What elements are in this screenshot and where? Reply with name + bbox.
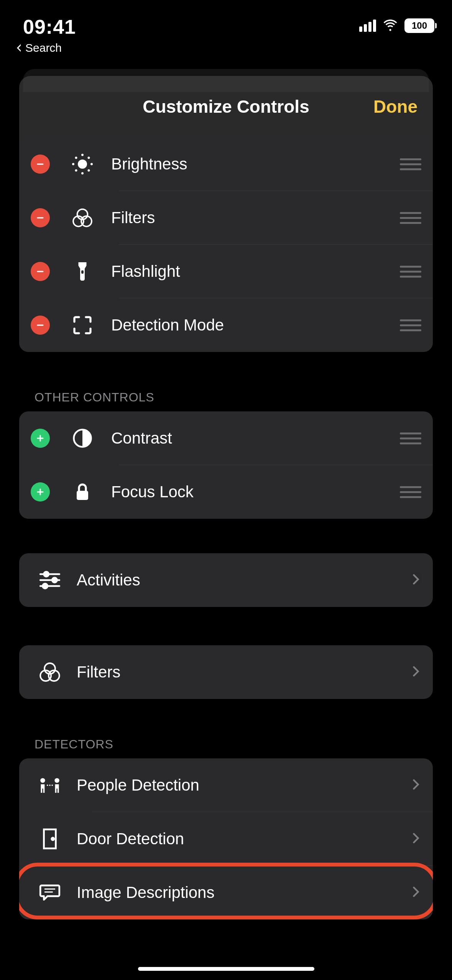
- svg-point-2: [81, 154, 84, 156]
- svg-rect-16: [37, 324, 43, 326]
- svg-rect-21: [37, 491, 43, 492]
- sheet-title: Customize Controls: [143, 96, 309, 117]
- svg-point-7: [88, 157, 90, 159]
- control-row-detection-mode: Detection Mode: [19, 298, 433, 352]
- svg-point-32: [40, 778, 45, 783]
- svg-rect-18: [37, 437, 43, 439]
- customize-controls-sheet: Customize Controls Done Brightness: [19, 76, 433, 980]
- svg-point-6: [75, 157, 77, 159]
- contrast-icon: [65, 427, 100, 450]
- add-contrast-button[interactable]: [31, 429, 50, 448]
- nav-label: Filters: [77, 663, 411, 681]
- flashlight-icon: [65, 260, 100, 283]
- nav-label: Image Descriptions: [77, 883, 411, 902]
- control-label: Contrast: [111, 429, 400, 447]
- control-label: Flashlight: [111, 262, 400, 281]
- door-icon: [31, 827, 69, 851]
- sheet-header: Customize Controls Done: [19, 76, 433, 137]
- control-row-filters: Filters: [19, 191, 433, 245]
- nav-row-filters[interactable]: Filters: [19, 645, 433, 699]
- drag-handle-icon[interactable]: [400, 212, 421, 224]
- sliders-icon: [31, 568, 69, 592]
- nav-row-image-descriptions[interactable]: Image Descriptions: [19, 866, 433, 919]
- back-label: Search: [25, 41, 62, 54]
- svg-point-24: [44, 572, 49, 576]
- svg-rect-0: [37, 163, 43, 164]
- chevron-right-icon: [411, 779, 421, 791]
- nav-label: Door Detection: [77, 830, 411, 848]
- svg-rect-14: [37, 271, 43, 272]
- drag-handle-icon[interactable]: [400, 432, 421, 444]
- filters-icon: [31, 660, 69, 684]
- speech-bubble-icon: [31, 881, 69, 904]
- svg-point-34: [47, 784, 48, 786]
- drag-handle-icon[interactable]: [400, 486, 421, 498]
- control-row-flashlight: Flashlight: [19, 245, 433, 298]
- nav-row-door-detection[interactable]: Door Detection: [19, 812, 433, 866]
- included-controls-group: Brightness Filters: [19, 137, 433, 352]
- status-bar: 09:41 100: [0, 0, 452, 38]
- control-label: Focus Lock: [111, 483, 400, 501]
- activities-group: Activities: [19, 553, 433, 607]
- filters-nav-group: Filters: [19, 645, 433, 699]
- svg-point-4: [72, 163, 74, 165]
- svg-point-36: [51, 784, 53, 786]
- svg-point-9: [88, 169, 90, 172]
- svg-point-3: [81, 172, 84, 174]
- section-header-detectors: DETECTORS: [19, 714, 433, 758]
- svg-point-33: [54, 778, 59, 783]
- detectors-group: People Detection Door Detection: [19, 758, 433, 919]
- drag-handle-icon[interactable]: [400, 319, 421, 331]
- wifi-icon: [382, 17, 398, 35]
- control-label: Filters: [111, 209, 400, 227]
- cellular-icon: [359, 20, 376, 32]
- nav-row-people-detection[interactable]: People Detection: [19, 758, 433, 812]
- svg-point-26: [52, 578, 57, 582]
- add-focus-lock-button[interactable]: [31, 482, 50, 502]
- svg-point-8: [75, 169, 77, 172]
- chevron-right-icon: [411, 833, 421, 845]
- lock-icon: [65, 480, 100, 503]
- other-controls-group: Contrast Focus Lock: [19, 411, 433, 519]
- chevron-right-icon: [411, 666, 421, 678]
- brightness-icon: [65, 153, 100, 176]
- chevron-right-icon: [411, 886, 421, 899]
- svg-point-5: [90, 163, 93, 165]
- remove-detection-mode-button[interactable]: [31, 316, 50, 335]
- back-to-search-button[interactable]: Search: [0, 38, 452, 54]
- remove-flashlight-button[interactable]: [31, 262, 50, 281]
- battery-icon: 100: [404, 18, 437, 33]
- svg-rect-22: [77, 491, 88, 500]
- svg-rect-10: [37, 217, 43, 218]
- section-header-other-controls: OTHER CONTROLS: [19, 367, 433, 411]
- drag-handle-icon[interactable]: [400, 158, 421, 170]
- control-label: Brightness: [111, 155, 400, 173]
- control-row-focus-lock: Focus Lock: [19, 465, 433, 519]
- nav-label: People Detection: [77, 776, 411, 794]
- svg-point-35: [49, 784, 51, 786]
- remove-filters-button[interactable]: [31, 208, 50, 227]
- drag-handle-icon[interactable]: [400, 266, 421, 278]
- done-button[interactable]: Done: [373, 96, 417, 117]
- people-icon: [31, 773, 69, 797]
- nav-row-activities[interactable]: Activities: [19, 553, 433, 607]
- detection-mode-icon: [65, 314, 100, 337]
- remove-brightness-button[interactable]: [31, 155, 50, 174]
- svg-point-28: [43, 584, 47, 588]
- battery-level: 100: [412, 20, 427, 31]
- status-time: 09:41: [23, 15, 76, 38]
- filters-icon: [65, 206, 100, 229]
- home-indicator[interactable]: [138, 967, 314, 971]
- control-label: Detection Mode: [111, 316, 400, 334]
- svg-rect-15: [81, 270, 84, 274]
- chevron-right-icon: [411, 574, 421, 586]
- svg-point-1: [78, 159, 87, 169]
- svg-point-38: [52, 838, 54, 840]
- nav-label: Activities: [77, 571, 411, 589]
- control-row-contrast: Contrast: [19, 411, 433, 465]
- control-row-brightness: Brightness: [19, 137, 433, 191]
